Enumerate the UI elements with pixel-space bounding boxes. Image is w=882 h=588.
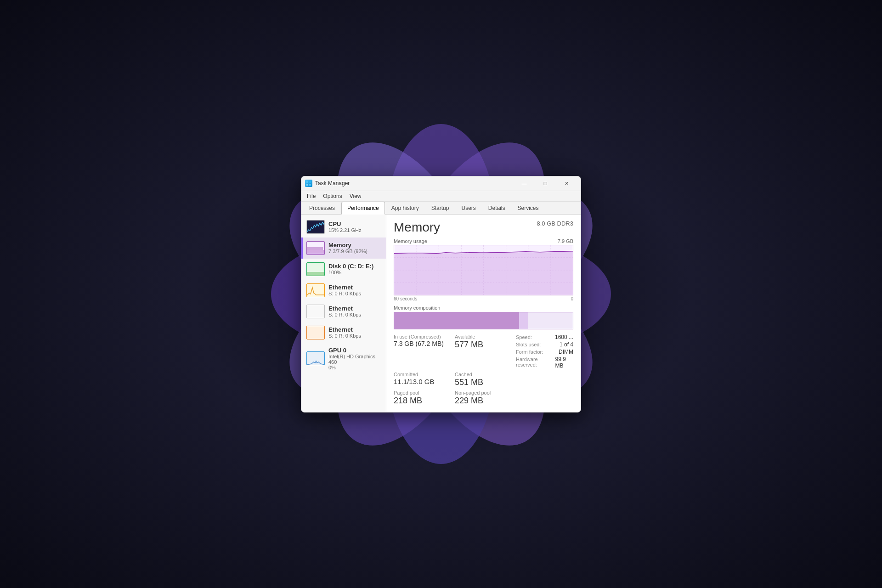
sidebar-memory-detail: 7.3/7.9 GB (92%)	[328, 249, 368, 254]
svg-rect-23	[309, 184, 311, 186]
stat-slots-row: Slots used: 1 of 4	[516, 341, 573, 348]
stat-committed-value: 11.1/13.0 GB	[394, 378, 451, 385]
svg-rect-20	[306, 181, 308, 183]
sidebar-eth2-name: Ethernet	[328, 305, 361, 312]
stat-cached-label: Cached	[455, 372, 512, 377]
sidebar-cpu-detail: 15% 2.21 GHz	[328, 227, 362, 233]
composition-bar	[394, 312, 573, 329]
detail-title: Memory	[394, 220, 440, 235]
sidebar-eth3-name: Ethernet	[328, 326, 361, 333]
task-manager-window: Task Manager — □ ✕ File Options View Pro…	[301, 176, 581, 413]
chart-time-right: 0	[571, 296, 573, 301]
stat-paged-value: 218 MB	[394, 396, 451, 406]
stat-nonpaged-value: 229 MB	[455, 396, 512, 406]
svg-rect-33	[307, 352, 325, 365]
stat-nonpaged-label: Non-paged pool	[455, 390, 512, 396]
svg-rect-29	[307, 272, 325, 276]
close-button[interactable]: ✕	[556, 176, 577, 191]
title-bar: Task Manager — □ ✕	[301, 176, 581, 191]
stat-speed-row: Speed: 1600 ...	[516, 334, 573, 340]
tab-performance[interactable]: Performance	[341, 202, 385, 215]
comp-modified	[519, 312, 528, 329]
sidebar-gpu-percent: 0%	[328, 365, 382, 370]
stats-grid: In use (Compressed) 7.3 GB (67.2 MB) Ava…	[394, 334, 573, 406]
sidebar-item-eth2[interactable]: Ethernet S: 0 R: 0 Kbps	[301, 301, 386, 322]
stat-form-value: DIMM	[559, 349, 573, 355]
stat-available-value: 577 MB	[455, 340, 512, 350]
stat-in-use-label: In use (Compressed)	[394, 334, 451, 339]
stat-committed: Committed 11.1/13.0 GB	[394, 372, 451, 387]
stat-paged-label: Paged pool	[394, 390, 451, 396]
stat-slots-label: Slots used:	[516, 342, 541, 347]
stat-speed-label: Speed:	[516, 334, 532, 340]
svg-rect-22	[306, 184, 308, 186]
sidebar-gpu-info: GPU 0 Intel(R) HD Graphics 460 0%	[328, 347, 382, 370]
stat-hw-label: Hardware reserved:	[516, 356, 555, 368]
tab-services[interactable]: Services	[512, 202, 545, 214]
sidebar-cpu-info: CPU 15% 2.21 GHz	[328, 220, 362, 233]
sidebar-eth2-info: Ethernet S: 0 R: 0 Kbps	[328, 305, 361, 317]
chart-label-row: Memory usage 7.9 GB	[394, 238, 573, 244]
main-content: CPU 15% 2.21 GHz Memory 7.3/7.9 GB (92	[301, 215, 581, 412]
maximize-button[interactable]: □	[535, 176, 556, 191]
stat-form-row: Form factor: DIMM	[516, 349, 573, 355]
chart-time-left: 60 seconds	[394, 296, 417, 301]
stat-in-use-value: 7.3 GB (67.2 MB)	[394, 340, 451, 347]
sidebar-eth1-name: Ethernet	[328, 284, 361, 291]
menu-options[interactable]: Options	[319, 192, 345, 200]
minimize-button[interactable]: —	[514, 176, 535, 191]
sidebar-gpu-detail: Intel(R) HD Graphics 460	[328, 354, 382, 365]
svg-rect-26	[307, 250, 325, 253]
tab-app-history[interactable]: App history	[385, 202, 425, 214]
svg-rect-31	[307, 305, 325, 318]
detail-header: Memory 8.0 GB DDR3	[394, 220, 573, 235]
chart-label: Memory usage	[394, 238, 427, 244]
stat-available: Available 577 MB	[455, 334, 512, 369]
stat-cached: Cached 551 MB	[455, 372, 512, 387]
sidebar-item-gpu[interactable]: GPU 0 Intel(R) HD Graphics 460 0%	[301, 343, 386, 374]
window-title: Task Manager	[315, 180, 514, 187]
sidebar-gpu-name: GPU 0	[328, 347, 382, 354]
sidebar-disk-detail: 100%	[328, 270, 373, 275]
sidebar-thumb-eth3	[306, 326, 325, 339]
sidebar-disk-info: Disk 0 (C: D: E:) 100%	[328, 263, 373, 275]
sidebar-item-memory[interactable]: Memory 7.3/7.9 GB (92%)	[301, 237, 386, 259]
svg-rect-25	[307, 253, 325, 255]
sidebar-disk-name: Disk 0 (C: D: E:)	[328, 263, 373, 270]
comp-in-use	[394, 312, 519, 329]
menu-view[interactable]: View	[346, 192, 365, 200]
stat-hw-row: Hardware reserved: 99.9 MB	[516, 356, 573, 369]
sidebar-item-eth1[interactable]: Ethernet S: 0 R: 0 Kbps	[301, 280, 386, 301]
stat-paged: Paged pool 218 MB	[394, 390, 451, 406]
right-stats: Speed: 1600 ... Slots used: 1 of 4 Form …	[516, 334, 573, 369]
stat-committed-label: Committed	[394, 372, 451, 377]
stat-form-label: Form factor:	[516, 349, 543, 355]
stat-cached-value: 551 MB	[455, 378, 512, 387]
tab-details[interactable]: Details	[482, 202, 511, 214]
comp-standby	[528, 312, 573, 329]
tab-startup[interactable]: Startup	[425, 202, 455, 214]
svg-rect-27	[307, 247, 323, 250]
sidebar-eth2-detail: S: 0 R: 0 Kbps	[328, 312, 361, 317]
svg-rect-32	[307, 326, 325, 339]
sidebar-thumb-eth2	[306, 305, 325, 318]
sidebar-cpu-name: CPU	[328, 220, 362, 227]
sidebar-item-disk[interactable]: Disk 0 (C: D: E:) 100%	[301, 259, 386, 280]
stat-placeholder	[516, 372, 573, 387]
sidebar-eth1-detail: S: 0 R: 0 Kbps	[328, 291, 361, 296]
tabs-bar: Processes Performance App history Startu…	[301, 202, 581, 215]
stat-hw-value: 99.9 MB	[555, 356, 573, 369]
sidebar-thumb-disk	[306, 262, 325, 276]
stat-slots-value: 1 of 4	[560, 341, 573, 348]
tab-processes[interactable]: Processes	[303, 202, 341, 214]
sidebar-item-cpu[interactable]: CPU 15% 2.21 GHz	[301, 216, 386, 237]
chart-max: 7.9 GB	[558, 238, 573, 244]
sidebar-thumb-eth1	[306, 283, 325, 297]
stat-nonpaged: Non-paged pool 229 MB	[455, 390, 512, 406]
menu-file[interactable]: File	[303, 192, 319, 200]
stat-available-label: Available	[455, 334, 512, 339]
sidebar-eth1-info: Ethernet S: 0 R: 0 Kbps	[328, 284, 361, 296]
tab-users[interactable]: Users	[455, 202, 481, 214]
sidebar-item-eth3[interactable]: Ethernet S: 0 R: 0 Kbps	[301, 322, 386, 343]
sidebar: CPU 15% 2.21 GHz Memory 7.3/7.9 GB (92	[301, 215, 386, 412]
